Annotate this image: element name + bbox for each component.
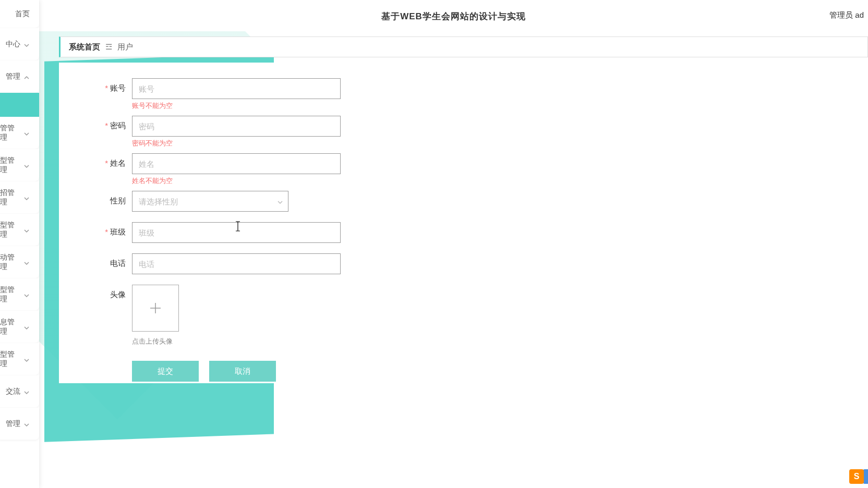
chevron-down-icon: [23, 259, 30, 265]
form-row-avatar: 头像 点击上传头像: [80, 285, 847, 346]
sidebar-item-8[interactable]: 动管理: [0, 246, 39, 278]
sidebar-item-label: 管理: [6, 72, 20, 81]
label-text: 头像: [110, 290, 126, 299]
user-label[interactable]: 管理员 ad: [829, 10, 864, 20]
chevron-down-icon: [23, 130, 30, 136]
sidebar-item-10[interactable]: 息管理: [0, 311, 39, 343]
sidebar-item-11[interactable]: 型管理: [0, 343, 39, 375]
breadcrumb-separator-icon: ☲: [105, 42, 112, 52]
breadcrumb-home[interactable]: 系统首页: [69, 42, 100, 52]
label-text: 密码: [110, 121, 126, 130]
form-row-gender: 性别: [80, 191, 847, 212]
sidebar-item-label: 型管理: [0, 156, 20, 175]
form-row-phone: 电话: [80, 253, 847, 274]
sidebar-item-9[interactable]: 型管理: [0, 278, 39, 311]
form-row-password: *密码 密码不能为空: [80, 116, 847, 149]
sidebar-item-5[interactable]: 型管理: [0, 149, 39, 181]
upload-hint: 点击上传头像: [132, 337, 179, 346]
ime-badge-icon[interactable]: S: [849, 469, 864, 484]
sidebar-item-label: 型管理: [0, 221, 20, 239]
label-text: 姓名: [110, 158, 126, 167]
sidebar-item-7[interactable]: 型管理: [0, 214, 39, 246]
password-error: 密码不能为空: [132, 139, 341, 148]
label-text: 班级: [110, 227, 126, 236]
name-input[interactable]: [132, 153, 341, 174]
sidebar-item-manage[interactable]: 管理: [0, 60, 39, 93]
chevron-down-icon: [23, 388, 30, 395]
form-row-account: *账号 账号不能为空: [80, 78, 847, 112]
form-row-name: *姓名 姓名不能为空: [80, 153, 847, 187]
chevron-down-icon: [23, 291, 30, 298]
account-input[interactable]: [132, 78, 341, 99]
header-bar: 基于WEB学生会网站的设计与实现 管理员 ad: [39, 0, 868, 31]
breadcrumb-current: 用户: [117, 42, 133, 52]
chevron-down-icon: [23, 324, 30, 330]
sidebar-item-13[interactable]: 管理: [0, 408, 39, 440]
plus-icon: [147, 300, 164, 316]
form-label: *姓名: [80, 153, 132, 168]
phone-input[interactable]: [132, 253, 341, 274]
form-buttons: 提交 取消: [132, 361, 847, 382]
form-row-class: *班级: [80, 222, 847, 243]
sidebar-item-4[interactable]: 管管理: [0, 117, 39, 149]
sidebar-item-6[interactable]: 招管理: [0, 181, 39, 214]
account-error: 账号不能为空: [132, 101, 341, 111]
sidebar-item-label: 管管理: [0, 124, 20, 142]
label-text: 电话: [110, 259, 126, 267]
form-label: 头像: [80, 285, 132, 300]
form-label: *密码: [80, 116, 132, 131]
form-label: 电话: [80, 253, 132, 269]
form-label: *账号: [80, 78, 132, 93]
sidebar-item-active[interactable]: [0, 93, 39, 117]
class-input[interactable]: [132, 222, 341, 243]
sidebar-item-label: 招管理: [0, 188, 20, 207]
sidebar-item-label: 息管理: [0, 318, 20, 336]
sidebar-item-label: 型管理: [0, 350, 20, 369]
sidebar-item-home[interactable]: 首页: [0, 0, 39, 28]
sidebar-item-label: 型管理: [0, 285, 20, 304]
app-title: 基于WEB学生会网站的设计与实现: [381, 10, 526, 22]
chevron-down-icon: [23, 194, 30, 201]
label-text: 性别: [110, 196, 126, 205]
avatar-upload[interactable]: [132, 285, 179, 332]
form-label: 性别: [80, 191, 132, 206]
sidebar-item-label: 动管理: [0, 253, 20, 272]
submit-button[interactable]: 提交: [132, 361, 199, 382]
sidebar-item-label: 管理: [6, 419, 20, 429]
breadcrumb: 系统首页 ☲ 用户: [59, 36, 868, 57]
chevron-down-icon: [23, 227, 30, 233]
sidebar-item-label: 中心: [6, 40, 20, 49]
gender-select[interactable]: [132, 191, 288, 212]
form-panel: *账号 账号不能为空 *密码 密码不能为空 *姓名 姓名不能为空 性别 *班级: [59, 63, 868, 383]
label-text: 账号: [110, 83, 126, 92]
sidebar: 首页 中心 管理 管管理 型管理 招管理 型管理 动管理 型管理 息管理 型管理: [0, 0, 39, 488]
sidebar-item-label: 交流: [6, 387, 20, 396]
password-input[interactable]: [132, 116, 341, 137]
sidebar-item-12[interactable]: 交流: [0, 375, 39, 408]
cancel-button[interactable]: 取消: [209, 361, 276, 382]
chevron-down-icon: [23, 421, 30, 427]
chevron-down-icon: [23, 162, 30, 168]
sidebar-item-center[interactable]: 中心: [0, 28, 39, 60]
form-label: *班级: [80, 222, 132, 237]
chevron-up-icon: [23, 74, 30, 80]
sidebar-item-label: 首页: [15, 9, 30, 19]
chevron-down-icon: [23, 41, 30, 47]
chevron-down-icon: [23, 356, 30, 362]
name-error: 姓名不能为空: [132, 176, 341, 186]
